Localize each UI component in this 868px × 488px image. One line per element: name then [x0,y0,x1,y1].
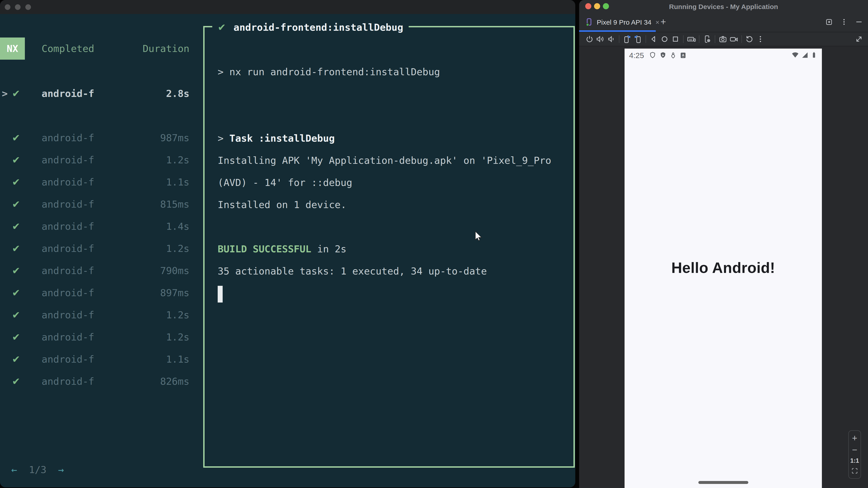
actual-size-button[interactable]: 1:1 [850,457,859,464]
task-name: android-f [41,215,94,237]
back-icon[interactable] [649,34,659,44]
overview-icon[interactable] [671,34,680,44]
divider [699,35,700,43]
task-row[interactable]: ✔ android-f 1.1s [0,348,189,370]
device-phone-icon [585,18,594,27]
task-name: android-f [41,260,94,282]
home-icon[interactable] [659,34,670,44]
new-tab-button[interactable]: + [658,13,669,32]
navigation-handle[interactable] [698,481,748,484]
hide-panel-icon[interactable] [855,18,864,27]
divider [619,35,619,43]
terminal-line: 35 actionable tasks: 1 executed, 34 up-t… [218,260,567,282]
screenshot-icon[interactable] [718,34,728,44]
battery-icon [810,51,818,60]
task-name: android-f [41,127,94,149]
terminal-line: (AVD) - 14' for ::debug [218,171,567,194]
maximize-window-icon[interactable] [25,4,31,10]
check-icon: ✔ [12,260,20,282]
task-row[interactable]: ✔ android-f 1.2s [0,149,189,171]
tab-pixel-9-pro[interactable]: Pixel 9 Pro API 34 × [579,13,656,32]
check-icon: ✔ [218,22,226,33]
divider [741,35,742,43]
shield-icon [649,51,657,59]
zoom-out-button[interactable]: − [852,445,857,454]
running-devices-window: Running Devices - My Application Pixel 9… [579,0,868,488]
task-output-panel: ✔android-frontend:installDebug > nx run … [203,26,575,468]
window-title: Running Devices - My Application [579,0,868,13]
output-title-text: android-frontend:installDebug [234,22,403,33]
task-row[interactable]: ✔ android-f 1.2s [0,237,189,260]
clock: 4:25 [629,51,644,60]
device-settings-icon[interactable] [702,34,712,44]
terminal-line: Installing APK 'My Application-debug.apk… [218,149,567,171]
zoom-controls: + − 1:1 [848,430,861,479]
task-name: android-f [41,237,94,260]
task-row-selected[interactable]: > ✔ android-f 2.8s [0,83,189,105]
task-row[interactable]: ✔ android-f 1.4s [0,215,189,237]
divider [646,35,646,43]
emulator-toolbar [579,32,868,46]
zoom-in-button[interactable]: + [852,433,857,443]
volume-up-icon[interactable] [595,34,605,44]
task-name: android-f [41,326,94,348]
column-header-completed: Completed [41,37,94,60]
task-duration: 826ms [160,370,189,392]
check-icon: ✔ [12,171,20,193]
check-icon: ✔ [12,237,20,260]
terminal-cursor [218,286,223,302]
terminal-titlebar[interactable] [0,0,575,14]
more-options-icon[interactable] [755,34,765,44]
task-duration: 1.1s [166,171,189,193]
task-row[interactable]: ✔ android-f 987ms [0,127,189,149]
check-icon: ✔ [12,282,20,304]
task-duration: 1.4s [166,215,189,237]
studio-titlebar[interactable]: Running Devices - My Application [579,0,868,13]
task-name: android-f [41,282,94,304]
task-name: android-f [41,370,94,392]
signal-icon [801,51,809,60]
build-status: BUILD SUCCESSFUL [218,243,311,255]
wifi-icon [791,51,799,60]
terminal-line: > nx run android-frontend:installDebug [218,61,567,83]
more-options-icon[interactable] [839,18,848,27]
check-icon: ✔ [12,193,20,215]
volume-down-icon[interactable] [606,34,616,44]
output-panel-title: ✔android-frontend:installDebug [212,20,409,35]
app-a-icon: A [679,52,687,59]
shield-play-icon [659,51,667,59]
restart-icon[interactable] [745,34,754,44]
device-screen[interactable]: 4:25 [625,48,822,488]
check-icon: ✔ [12,215,20,237]
screen-record-icon[interactable] [729,34,739,44]
tab-label: Pixel 9 Pro API 34 [597,19,651,26]
task-row[interactable]: ✔ android-f 1.1s [0,171,189,193]
next-page-arrow[interactable]: → [58,464,64,475]
pagination: ← 1/3 → [11,459,64,481]
task-row[interactable]: ✔ android-f 897ms [0,282,189,304]
task-row[interactable]: ✔ android-f 826ms [0,370,189,392]
task-row[interactable]: ✔ android-f 1.2s [0,304,189,326]
task-name: android-f [41,193,94,215]
power-icon[interactable] [585,34,594,44]
terminal-line: > Task :installDebug [218,127,567,149]
active-tab-indicator [579,30,656,32]
task-row[interactable]: ✔ android-f 1.2s [0,326,189,348]
divider [715,35,715,43]
terminal-line [218,282,567,304]
task-row[interactable]: ✔ android-f 815ms [0,193,189,215]
minimize-window-icon[interactable] [15,4,21,10]
task-duration: 1.2s [166,237,189,260]
prev-page-arrow[interactable]: ← [11,464,17,475]
dock-window-icon[interactable] [825,18,834,27]
keyboard-icon[interactable] [686,34,696,44]
task-name: android-f [41,83,94,105]
fit-to-window-icon[interactable] [851,467,859,476]
resize-icon[interactable] [854,34,864,44]
nx-terminal-window: NX Completed Duration > ✔ android-f 2.8s… [0,0,575,487]
rotate-left-icon[interactable] [622,34,632,44]
task-row[interactable]: ✔ android-f 790ms [0,260,189,282]
rotate-right-icon[interactable] [633,34,643,44]
close-window-icon[interactable] [5,4,10,10]
device-tabbar: Pixel 9 Pro API 34 × + [579,13,868,32]
